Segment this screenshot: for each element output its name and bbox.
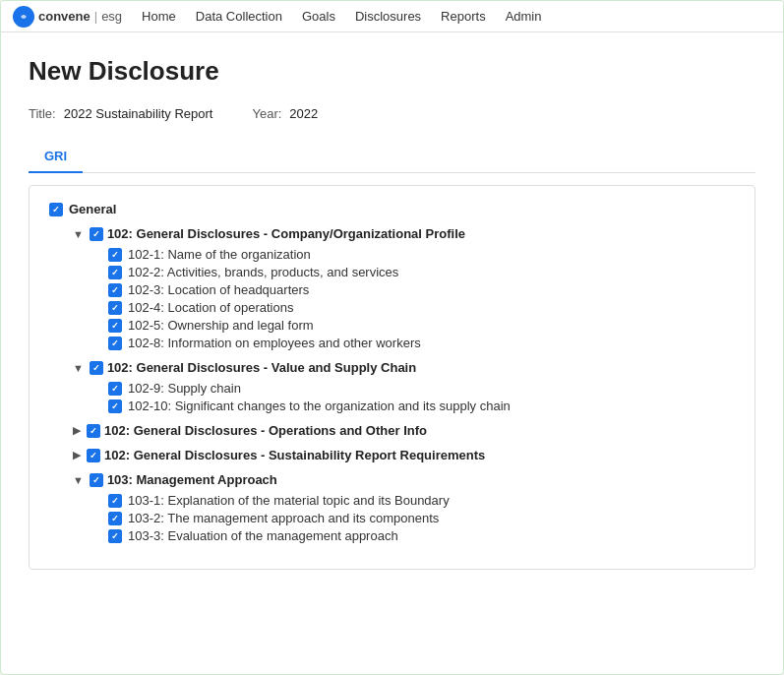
item-label: 102-5: Ownership and legal form [128, 318, 314, 333]
sub-section-s4: ▶102: General Disclosures - Sustainabili… [73, 448, 735, 462]
section-label-s3: 102: General Disclosures - Operations an… [104, 423, 427, 438]
list-item: 102-10: Significant changes to the organ… [108, 399, 735, 413]
gri-panel: General ▼102: General Disclosures - Comp… [29, 185, 755, 570]
section-checkbox-s2[interactable] [90, 361, 103, 375]
chevron-icon[interactable]: ▶ [73, 449, 81, 461]
list-item: 102-1: Name of the organization [108, 247, 735, 262]
chevron-icon[interactable]: ▼ [73, 228, 84, 240]
section-checkbox-s5[interactable] [90, 473, 103, 487]
section-checkbox-s3[interactable] [87, 424, 100, 438]
list-item: 102-4: Location of operations [108, 300, 735, 315]
title-field: Title: 2022 Sustainability Report [29, 106, 212, 121]
section-label-s5: 103: Management Approach [107, 472, 277, 487]
year-label: Year: [252, 106, 281, 121]
nav-menu: HomeData CollectionGoalsDisclosuresRepor… [142, 3, 541, 30]
list-item: 102-5: Ownership and legal form [108, 318, 735, 333]
item-checkbox[interactable] [108, 529, 122, 543]
year-value: 2022 [289, 106, 318, 121]
list-item: 102-3: Location of headquarters [108, 282, 735, 297]
section-checkbox-s4[interactable] [87, 449, 100, 462]
general-checkbox[interactable] [49, 203, 63, 216]
item-label: 102-2: Activities, brands, products, and… [128, 265, 398, 279]
item-label: 102-3: Location of headquarters [128, 282, 309, 297]
nav-item-reports[interactable]: Reports [441, 3, 486, 30]
list-item: 102-9: Supply chain [108, 381, 735, 396]
list-item: 103-3: Evaluation of the management appr… [108, 528, 735, 543]
general-label: General [69, 202, 116, 216]
logo[interactable]: convene | esg [13, 6, 122, 28]
item-label: 103-3: Evaluation of the management appr… [128, 528, 398, 543]
item-label: 102-4: Location of operations [128, 300, 293, 315]
item-checkbox[interactable] [108, 319, 122, 333]
title-label: Title: [29, 106, 56, 121]
item-label: 102-1: Name of the organization [128, 247, 311, 262]
top-nav: convene | esg HomeData CollectionGoalsDi… [1, 1, 783, 32]
tab-gri[interactable]: GRI [29, 141, 83, 173]
list-item: 102-2: Activities, brands, products, and… [108, 265, 735, 279]
year-field: Year: 2022 [252, 106, 318, 121]
nav-item-disclosures[interactable]: Disclosures [355, 3, 421, 30]
sub-section-s5: ▼103: Management Approach103-1: Explanat… [73, 472, 735, 543]
form-row: Title: 2022 Sustainability Report Year: … [29, 106, 755, 121]
section-header-s1[interactable]: ▼102: General Disclosures - Company/Orga… [73, 226, 735, 241]
item-label: 102-10: Significant changes to the organ… [128, 399, 511, 413]
general-header: General [49, 202, 735, 216]
list-item: 103-1: Explanation of the material topic… [108, 493, 735, 508]
item-checkbox[interactable] [108, 512, 122, 525]
item-label: 102-8: Information on employees and othe… [128, 336, 421, 350]
item-checkbox[interactable] [108, 337, 122, 350]
item-checkbox[interactable] [108, 301, 122, 315]
section-header-s2[interactable]: ▼102: General Disclosures - Value and Su… [73, 360, 735, 375]
page-title: New Disclosure [29, 56, 755, 87]
logo-icon [13, 6, 34, 28]
item-checkbox[interactable] [108, 382, 122, 396]
section-items-s1: 102-1: Name of the organization102-2: Ac… [108, 247, 735, 350]
item-checkbox[interactable] [108, 248, 122, 262]
section-label-s2: 102: General Disclosures - Value and Sup… [107, 360, 416, 375]
logo-sub-text: esg [101, 9, 122, 24]
logo-separator: | [94, 9, 97, 24]
section-label-s4: 102: General Disclosures - Sustainabilit… [104, 448, 485, 462]
list-item: 103-2: The management approach and its c… [108, 511, 735, 525]
nav-item-data-collection[interactable]: Data Collection [196, 3, 282, 30]
item-label: 103-2: The management approach and its c… [128, 511, 439, 525]
list-item: 102-8: Information on employees and othe… [108, 336, 735, 350]
nav-item-admin[interactable]: Admin [506, 3, 542, 30]
section-items-s5: 103-1: Explanation of the material topic… [108, 493, 735, 543]
chevron-icon[interactable]: ▶ [73, 424, 81, 437]
section-checkbox-s1[interactable] [90, 227, 103, 241]
logo-brand-text: convene [38, 9, 90, 24]
item-checkbox[interactable] [108, 266, 122, 279]
section-header-s5[interactable]: ▼103: Management Approach [73, 472, 735, 487]
item-checkbox[interactable] [108, 494, 122, 508]
item-checkbox[interactable] [108, 283, 122, 297]
chevron-icon[interactable]: ▼ [73, 474, 84, 486]
item-label: 102-9: Supply chain [128, 381, 241, 396]
section-header-s3[interactable]: ▶102: General Disclosures - Operations a… [73, 423, 735, 438]
section-items-s2: 102-9: Supply chain102-10: Significant c… [108, 381, 735, 413]
sub-section-s3: ▶102: General Disclosures - Operations a… [73, 423, 735, 438]
item-checkbox[interactable] [108, 399, 122, 413]
main-content: New Disclosure Title: 2022 Sustainabilit… [1, 32, 783, 593]
sections-container: ▼102: General Disclosures - Company/Orga… [49, 226, 735, 543]
item-label: 103-1: Explanation of the material topic… [128, 493, 450, 508]
nav-item-home[interactable]: Home [142, 3, 176, 30]
section-label-s1: 102: General Disclosures - Company/Organ… [107, 226, 465, 241]
title-value: 2022 Sustainability Report [64, 106, 213, 121]
tabs-container: GRI [29, 141, 755, 173]
nav-item-goals[interactable]: Goals [302, 3, 335, 30]
section-header-s4[interactable]: ▶102: General Disclosures - Sustainabili… [73, 448, 735, 462]
chevron-icon[interactable]: ▼ [73, 362, 84, 374]
sub-section-s2: ▼102: General Disclosures - Value and Su… [73, 360, 735, 413]
sub-section-s1: ▼102: General Disclosures - Company/Orga… [73, 226, 735, 350]
